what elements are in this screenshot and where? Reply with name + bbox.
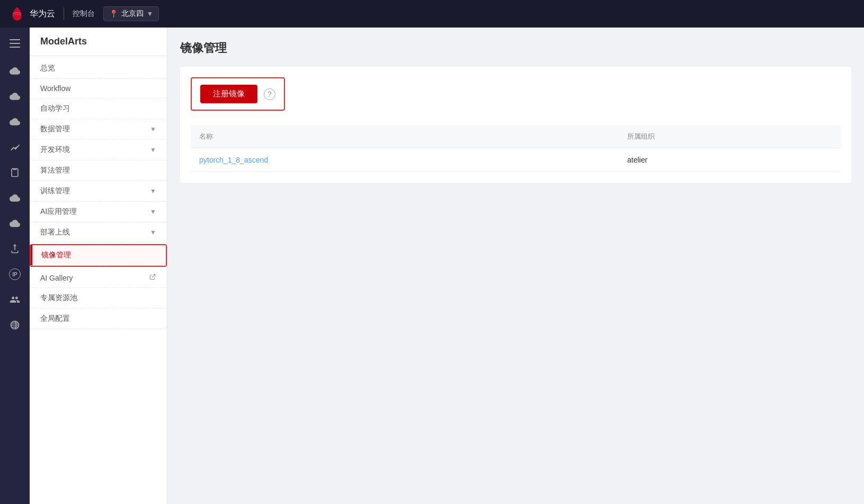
image-name-link[interactable]: pytorch_1_8_ascend — [199, 156, 268, 164]
sidebar-item-label: 开发环境 — [40, 145, 150, 155]
sidebar-icon-upload[interactable] — [3, 237, 26, 260]
expand-arrow-icon: ▼ — [150, 125, 156, 133]
sidebar-icon-cloud4[interactable] — [3, 186, 26, 210]
sidebar-item-label: 自动学习 — [40, 104, 156, 113]
sidebar-item-label: 训练管理 — [40, 186, 150, 196]
sidebar-item-deploy-online[interactable]: 部署上线 ▼ — [30, 222, 167, 243]
region-dropdown-icon: ▼ — [147, 10, 153, 17]
sidebar-icon-ip[interactable]: IP — [3, 263, 26, 286]
table-header-org: 所属组织 — [619, 125, 841, 148]
brand-name: 华为云 — [30, 8, 55, 20]
sidebar-item-label: AI Gallery — [40, 274, 149, 282]
sidebar-item-label: AI应用管理 — [40, 207, 150, 217]
region-name: 北京四 — [121, 9, 144, 19]
sidebar-title: ModelArts — [30, 36, 167, 56]
hamburger-button[interactable] — [3, 32, 26, 55]
icon-sidebar: IP — [0, 28, 30, 504]
hamburger-line — [10, 47, 20, 48]
logo-area: 华为云 — [8, 5, 55, 22]
cloud5-icon — [10, 218, 20, 229]
nav-divider — [64, 7, 64, 20]
analytics-icon — [10, 142, 20, 152]
sidebar-item-ai-gallery[interactable]: AI Gallery — [30, 268, 167, 288]
page-title: 镜像管理 — [180, 40, 851, 56]
sidebar-item-workflow[interactable]: Workflow — [30, 79, 167, 98]
external-link-icon — [149, 273, 156, 282]
sidebar-icon-users[interactable] — [3, 288, 26, 311]
sidebar-item-label: 算法管理 — [40, 166, 156, 175]
sidebar-item-label: Workflow — [40, 84, 156, 93]
sidebar-item-ai-app-management[interactable]: AI应用管理 ▼ — [30, 202, 167, 222]
upload-icon — [10, 244, 20, 254]
main-layout: IP ModelArts 总览 Workflow 自动学习 — [0, 28, 864, 504]
cloud2-icon — [10, 91, 20, 102]
expand-arrow-icon: ▼ — [150, 187, 156, 195]
hamburger-line — [10, 39, 20, 40]
sidebar-item-dedicated-pool[interactable]: 专属资源池 — [30, 288, 167, 309]
users-icon — [10, 294, 20, 305]
sidebar-item-dev-env[interactable]: 开发环境 ▼ — [30, 140, 167, 160]
image-management-highlight: 镜像管理 — [30, 244, 167, 267]
sidebar-item-global-config[interactable]: 全局配置 — [30, 309, 167, 329]
main-sidebar: ModelArts 总览 Workflow 自动学习 数据管理 ▼ 开发环境 ▼… — [30, 28, 167, 504]
sidebar-item-training-management[interactable]: 训练管理 ▼ — [30, 181, 167, 202]
table-cell-org: atelier — [619, 148, 841, 172]
region-selector[interactable]: 📍 北京四 ▼ — [103, 6, 159, 21]
sidebar-icon-analytics[interactable] — [3, 136, 26, 159]
image-table: 名称 所属组织 pytorch_1_8_ascendatelier — [191, 125, 841, 172]
table-cell-name: pytorch_1_8_ascend — [191, 148, 619, 172]
sidebar-item-label: 总览 — [40, 64, 156, 73]
hamburger-line — [10, 43, 20, 44]
sidebar-item-data-management[interactable]: 数据管理 ▼ — [30, 119, 167, 140]
register-button-area: 注册镜像 ? — [191, 77, 285, 111]
sidebar-item-overview[interactable]: 总览 — [30, 58, 167, 79]
sidebar-icon-cloud5[interactable] — [3, 212, 26, 235]
help-icon[interactable]: ? — [264, 88, 275, 100]
content-card: 注册镜像 ? 名称 所属组织 pytorch_1_8_ascendatelier — [180, 67, 851, 183]
sidebar-item-label: 全局配置 — [40, 314, 156, 323]
question-mark: ? — [268, 90, 271, 98]
sidebar-icon-cloud2[interactable] — [3, 85, 26, 108]
sidebar-icon-globe[interactable] — [3, 313, 26, 337]
console-label[interactable]: 控制台 — [73, 9, 95, 19]
top-navigation: 华为云 控制台 📍 北京四 ▼ — [0, 0, 864, 28]
sidebar-item-auto-learning[interactable]: 自动学习 — [30, 98, 167, 119]
huawei-logo-icon — [8, 5, 25, 22]
cloud1-icon — [10, 66, 20, 76]
sidebar-item-algo-management[interactable]: 算法管理 — [30, 160, 167, 181]
table-row: pytorch_1_8_ascendatelier — [191, 148, 841, 172]
sidebar-item-image-management[interactable]: 镜像管理 — [31, 245, 166, 266]
sidebar-top-divider — [30, 56, 167, 56]
content-area: 镜像管理 注册镜像 ? 名称 所属组织 pytorch_1_8_ascendat… — [167, 28, 864, 504]
sidebar-item-label: 部署上线 — [40, 228, 150, 237]
table-header-name: 名称 — [191, 125, 619, 148]
ip-label: IP — [9, 268, 21, 280]
sidebar-icon-clipboard[interactable] — [3, 161, 26, 184]
register-image-button[interactable]: 注册镜像 — [200, 85, 257, 103]
cloud3-icon — [10, 116, 20, 127]
region-pin-icon: 📍 — [109, 10, 118, 18]
globe-icon — [10, 320, 20, 330]
sidebar-item-label: 专属资源池 — [40, 293, 156, 303]
sidebar-item-label: 数据管理 — [40, 124, 150, 134]
sidebar-icon-cloud3[interactable] — [3, 110, 26, 133]
clipboard-icon — [10, 167, 20, 178]
cloud4-icon — [10, 193, 20, 203]
expand-arrow-icon: ▼ — [150, 229, 156, 236]
sidebar-icon-cloud1[interactable] — [3, 59, 26, 83]
expand-arrow-icon: ▼ — [150, 208, 156, 215]
sidebar-item-label: 镜像管理 — [41, 250, 155, 260]
expand-arrow-icon: ▼ — [150, 146, 156, 154]
